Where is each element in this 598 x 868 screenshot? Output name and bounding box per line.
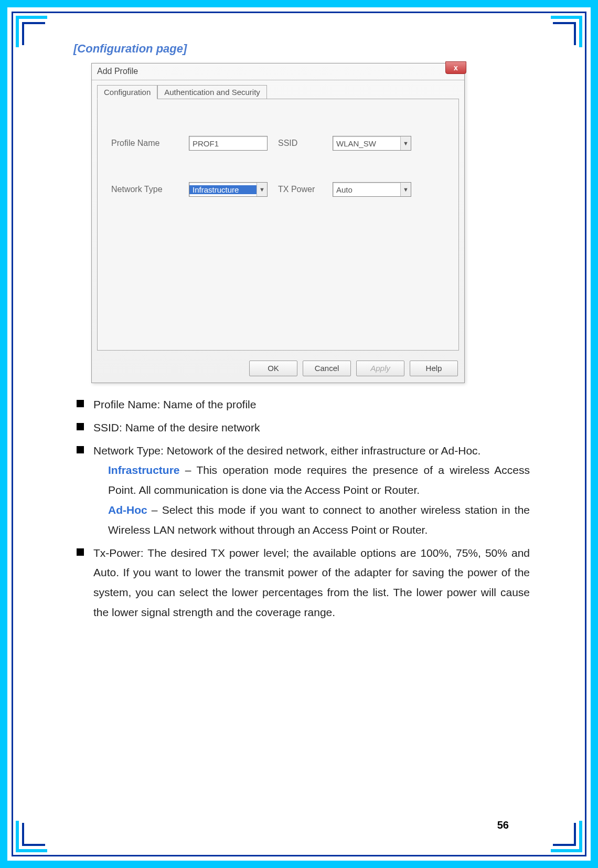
network-type-combo[interactable]: Infrastructure ▼ [189, 182, 268, 197]
kw-adhoc: Ad-Hoc [108, 504, 147, 516]
chevron-down-icon: ▼ [257, 183, 267, 196]
add-profile-dialog: Add Profile x Configuration Authenticati… [91, 63, 465, 383]
desc-profile-name: Profile Name: Name of the profile [93, 395, 530, 415]
chevron-down-icon: ▼ [400, 183, 411, 196]
tx-power-value: Auto [333, 185, 400, 194]
tab-panel-configuration: Profile Name SSID WLAN_SW ▼ Network Type… [97, 99, 459, 351]
row-network-type: Network Type Infrastructure ▼ TX Power A… [111, 182, 448, 197]
dialog-title: Add Profile [97, 67, 138, 76]
bullet-item-tx-power: Tx-Power: The desired TX power level; th… [73, 543, 530, 622]
section-title: [Configuration page] [73, 42, 530, 56]
desc-adhoc-text: – Select this mode if you want to connec… [108, 504, 530, 536]
label-network-type: Network Type [111, 185, 178, 194]
network-type-value: Infrastructure [189, 185, 257, 194]
desc-ssid: SSID: Name of the desire network [93, 418, 530, 438]
page-content: [Configuration page] Add Profile x Confi… [73, 42, 530, 626]
description-list: Profile Name: Name of the profile SSID: … [73, 395, 530, 622]
desc-infrastructure: Infrastructure – This operation mode req… [108, 460, 530, 500]
row-profile-name: Profile Name SSID WLAN_SW ▼ [111, 136, 448, 151]
close-button[interactable]: x [445, 61, 466, 74]
dialog-tabs: Configuration Authentication and Securit… [92, 80, 464, 99]
desc-adhoc: Ad-Hoc – Select this mode if you want to… [108, 500, 530, 540]
page-number: 56 [497, 819, 509, 831]
tab-authentication[interactable]: Authentication and Security [157, 85, 267, 99]
square-bullet-icon [77, 423, 84, 430]
corner-br [551, 821, 582, 852]
bullet-item-network-type: Network Type: Netowork of the desired ne… [73, 441, 530, 540]
kw-infrastructure: Infrastructure [108, 464, 180, 476]
tab-configuration[interactable]: Configuration [97, 85, 157, 99]
corner-tr [551, 16, 582, 47]
bullet-item-profile-name: Profile Name: Name of the profile [73, 395, 530, 415]
desc-network-type-lead: Network Type: Netowork of the desired ne… [93, 444, 480, 457]
label-profile-name: Profile Name [111, 139, 178, 148]
corner-tl [16, 16, 47, 47]
bullet-item-ssid: SSID: Name of the desire network [73, 418, 530, 438]
chevron-down-icon: ▼ [400, 136, 411, 150]
dialog-button-row: OK Cancel Apply Help [249, 361, 458, 376]
corner-bl [16, 821, 47, 852]
apply-button: Apply [356, 361, 404, 376]
tx-power-combo[interactable]: Auto ▼ [333, 182, 411, 197]
label-ssid: SSID [278, 139, 322, 148]
label-tx-power: TX Power [278, 185, 322, 194]
desc-network-type: Network Type: Netowork of the desired ne… [93, 441, 530, 540]
square-bullet-icon [77, 446, 84, 453]
square-bullet-icon [77, 548, 84, 556]
ssid-value: WLAN_SW [333, 139, 400, 148]
desc-tx-power: Tx-Power: The desired TX power level; th… [93, 543, 530, 622]
square-bullet-icon [77, 400, 84, 407]
profile-name-input[interactable] [189, 136, 268, 151]
ok-button[interactable]: OK [249, 361, 297, 376]
help-button[interactable]: Help [410, 361, 458, 376]
ssid-combo[interactable]: WLAN_SW ▼ [333, 136, 411, 151]
cancel-button[interactable]: Cancel [303, 361, 351, 376]
dialog-titlebar: Add Profile x [92, 63, 464, 80]
